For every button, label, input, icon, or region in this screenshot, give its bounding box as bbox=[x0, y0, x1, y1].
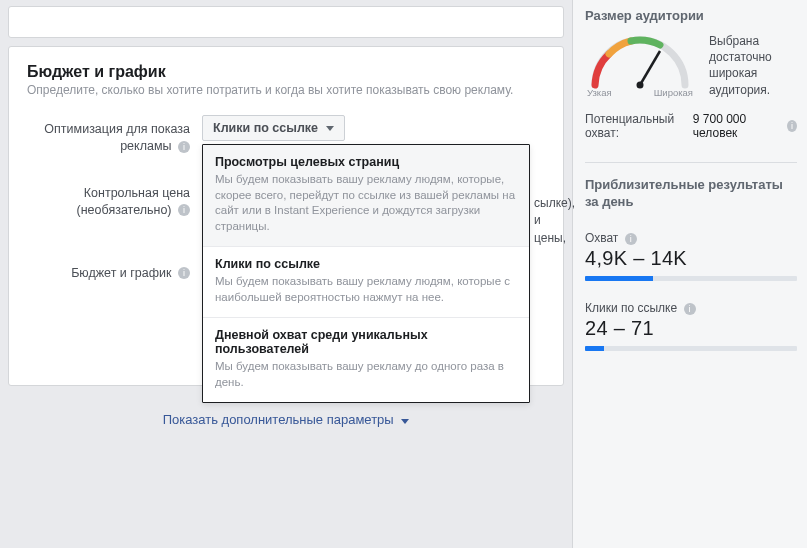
optimization-selected-value: Клики по ссылке bbox=[213, 121, 318, 135]
reach-bar bbox=[585, 276, 797, 281]
occluded-text-line: и цены, bbox=[534, 212, 575, 247]
dropdown-option-desc: Мы будем показывать вашу рекламу до одно… bbox=[215, 359, 517, 390]
info-icon[interactable]: i bbox=[787, 120, 797, 132]
reach-metric-label: Охват i bbox=[585, 231, 797, 245]
show-more-row: Показать дополнительные параметры bbox=[4, 412, 568, 427]
gauge-widget: Узкая Широкая bbox=[585, 33, 695, 98]
potential-reach-label: Потенциальный охват: bbox=[585, 112, 693, 140]
estimates-heading: Приблизительные результаты за день bbox=[585, 177, 797, 211]
optimization-dropdown: Просмотры целевых страниц Мы будем показ… bbox=[202, 144, 530, 403]
budget-schedule-label-text: Бюджет и график bbox=[71, 266, 171, 280]
occluded-text: сылке), и цены, bbox=[534, 195, 575, 247]
info-icon[interactable]: i bbox=[178, 141, 190, 153]
reach-bar-fill bbox=[585, 276, 653, 281]
show-more-text: Показать дополнительные параметры bbox=[163, 412, 394, 427]
info-icon[interactable]: i bbox=[178, 204, 190, 216]
optimization-label-text: Оптимизация для показа рекламы bbox=[44, 122, 190, 153]
budget-schedule-card: Бюджет и график Определите, сколько вы х… bbox=[8, 46, 564, 386]
info-icon[interactable]: i bbox=[625, 233, 637, 245]
show-more-link[interactable]: Показать дополнительные параметры bbox=[163, 412, 410, 427]
chevron-down-icon bbox=[326, 126, 334, 131]
right-sidebar: Размер аудитории Узкая Широкая bbox=[572, 0, 807, 548]
clicks-bar bbox=[585, 346, 797, 351]
dropdown-option-link-clicks[interactable]: Клики по ссылке Мы будем показывать вашу… bbox=[203, 247, 529, 318]
clicks-bar-fill bbox=[585, 346, 604, 351]
optimization-select[interactable]: Клики по ссылке bbox=[202, 115, 345, 141]
potential-reach-value: 9 700 000 человек bbox=[693, 112, 778, 140]
control-price-label-line2: (необязательно) bbox=[77, 203, 172, 217]
clicks-label-text: Клики по ссылке bbox=[585, 301, 677, 315]
info-icon[interactable]: i bbox=[178, 267, 190, 279]
row-optimization: Оптимизация для показа рекламы i Клики п… bbox=[27, 115, 545, 155]
budget-schedule-label: Бюджет и график i bbox=[27, 259, 202, 282]
reach-metric-value: 4,9K – 14K bbox=[585, 247, 797, 270]
chevron-down-icon bbox=[401, 419, 409, 424]
info-icon[interactable]: i bbox=[684, 303, 696, 315]
control-price-label-line1: Контрольная цена bbox=[84, 186, 190, 200]
collapsed-card bbox=[8, 6, 564, 38]
svg-point-1 bbox=[637, 82, 644, 89]
section-title: Бюджет и график bbox=[27, 63, 545, 81]
audience-size-message: Выбрана достаточно широкая аудитория. bbox=[709, 33, 797, 98]
gauge-icon bbox=[585, 33, 695, 89]
dropdown-option-title: Клики по ссылке bbox=[215, 257, 517, 271]
audience-size-heading: Размер аудитории bbox=[585, 8, 797, 23]
control-price-label: Контрольная цена (необязательно) i bbox=[27, 179, 202, 219]
clicks-metric-label: Клики по ссылке i bbox=[585, 301, 797, 315]
potential-reach-row: Потенциальный охват: 9 700 000 человек i bbox=[585, 112, 797, 152]
dropdown-option-daily-reach[interactable]: Дневной охват среди уникальных пользоват… bbox=[203, 318, 529, 402]
dropdown-option-title: Дневной охват среди уникальных пользоват… bbox=[215, 328, 517, 356]
dropdown-option-desc: Мы будем показывать вашу рекламу людям, … bbox=[215, 274, 517, 305]
reach-label-text: Охват bbox=[585, 231, 618, 245]
occluded-text-line: сылке), bbox=[534, 195, 575, 212]
dropdown-option-desc: Мы будем показывать вашу рекламу людям, … bbox=[215, 172, 517, 234]
divider bbox=[585, 162, 797, 163]
svg-line-0 bbox=[640, 51, 660, 85]
dropdown-option-landing-views[interactable]: Просмотры целевых страниц Мы будем показ… bbox=[203, 145, 529, 247]
section-subtitle: Определите, сколько вы хотите потратить … bbox=[27, 83, 545, 97]
clicks-metric-value: 24 – 71 bbox=[585, 317, 797, 340]
dropdown-option-title: Просмотры целевых страниц bbox=[215, 155, 517, 169]
optimization-label: Оптимизация для показа рекламы i bbox=[27, 115, 202, 155]
